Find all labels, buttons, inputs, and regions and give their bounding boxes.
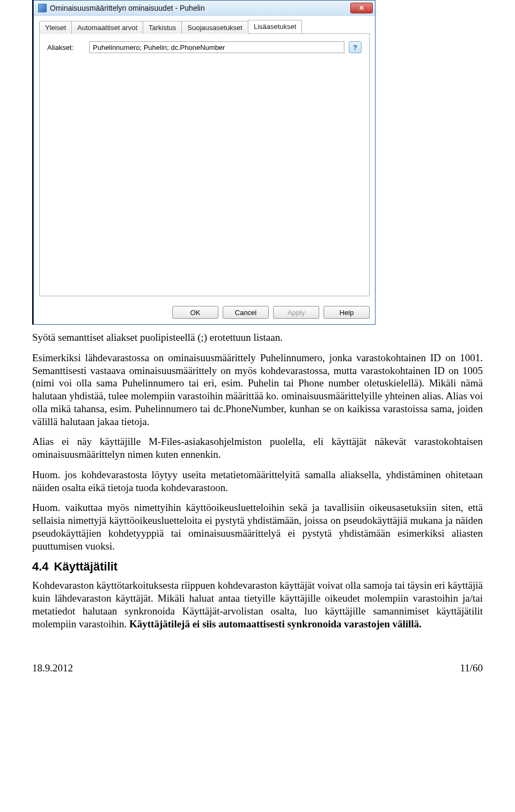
footer-date: 18.9.2012: [32, 662, 73, 674]
aliases-label: Aliakset:: [47, 43, 85, 52]
tab-yleiset[interactable]: Yleiset: [39, 21, 72, 34]
para-example: Esimerkiksi lähdevarastossa on ominaisuu…: [32, 352, 483, 428]
para-users: Kohdevaraston käyttötarkoituksesta riipp…: [32, 579, 483, 630]
button-row: OK Cancel Apply Help: [34, 302, 375, 324]
para-note-duplicate: Huom. jos kohdevarastosta löytyy useita …: [32, 469, 483, 494]
tab-automaattiset-arvot[interactable]: Automaattiset arvot: [71, 21, 143, 34]
help-icon: ?: [353, 43, 357, 52]
tab-panel: Aliakset: ?: [39, 33, 370, 296]
para-users-bold: Käyttäjätilejä ei siis automaattisesti s…: [129, 618, 422, 630]
ok-button[interactable]: OK: [172, 306, 218, 319]
field-help-button[interactable]: ?: [349, 41, 362, 53]
document-body: Syötä semanttiset aliakset puolipisteell…: [32, 331, 483, 630]
tab-lisaasetukset[interactable]: Lisäasetukset: [248, 20, 303, 33]
para-alias-visibility: Alias ei näy käyttäjille M-Files-asiakas…: [32, 435, 483, 461]
para-intro: Syötä semanttiset aliakset puolipisteell…: [32, 331, 483, 344]
page-footer: 18.9.2012 11/60: [32, 662, 483, 674]
close-button[interactable]: ✕: [350, 3, 373, 13]
help-button[interactable]: Help: [323, 306, 370, 319]
aliases-input[interactable]: [89, 41, 344, 53]
close-icon: ✕: [359, 4, 364, 12]
titlebar: Ominaisuusmäärittelyn ominaisuudet - Puh…: [34, 1, 375, 16]
dialog-screenshot: Ominaisuusmäärittelyn ominaisuudet - Puh…: [32, 0, 376, 325]
section-heading: 4.4 Käyttäjätilit: [32, 560, 483, 574]
tab-suojausasetukset[interactable]: Suojausasetukset: [181, 21, 248, 34]
para-note-acl: Huom. vaikuttaa myös nimettyihin käyttöo…: [32, 501, 483, 552]
dialog-window: Ominaisuusmäärittelyn ominaisuudet - Puh…: [33, 0, 376, 325]
section-number: 4.4: [32, 560, 49, 574]
footer-page: 11/60: [460, 662, 483, 674]
cancel-button[interactable]: Cancel: [223, 306, 269, 319]
tab-bar: Yleiset Automaattiset arvot Tarkistus Su…: [34, 16, 375, 33]
section-title: Käyttäjätilit: [54, 560, 118, 574]
apply-button[interactable]: Apply: [273, 306, 319, 319]
window-title: Ominaisuusmäärittelyn ominaisuudet - Puh…: [50, 4, 350, 12]
tab-tarkistus[interactable]: Tarkistus: [143, 21, 182, 34]
app-icon: [38, 4, 47, 12]
aliases-row: Aliakset: ?: [47, 41, 362, 53]
